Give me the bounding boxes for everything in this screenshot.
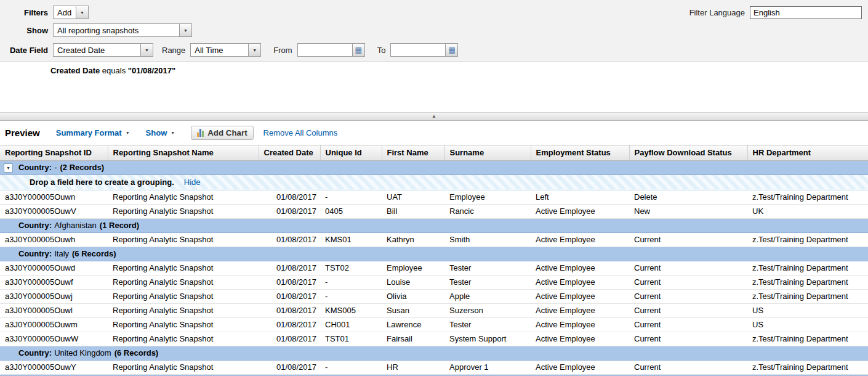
cell: TST01 xyxy=(320,332,382,346)
date-field-label: Date Field xyxy=(5,46,48,55)
cell: Fairsail xyxy=(382,332,444,346)
criteria-line[interactable]: Created Date equals "01/08/2017" xyxy=(50,66,175,75)
column-header[interactable]: Surname xyxy=(444,145,531,160)
cell: Active Employee xyxy=(531,332,629,346)
cell: 01/08/2017 xyxy=(259,303,320,317)
cell: Reporting Analytic Snapshot xyxy=(108,232,259,247)
column-header[interactable]: Unique Id xyxy=(320,145,382,160)
cell: - xyxy=(320,360,382,374)
cell: Reporting Analytic Snapshot xyxy=(108,275,259,289)
group-header-row: Country:Afghanistan(1 Record) xyxy=(0,218,868,232)
cell: CH001 xyxy=(320,317,382,332)
range-value: All Time xyxy=(191,44,248,56)
cell: Tester xyxy=(444,317,531,332)
from-date-field[interactable]: ▦ xyxy=(297,43,365,57)
record-row[interactable]: a3J0Y000005OuwhReporting Analytic Snapsh… xyxy=(0,232,868,247)
cell: KMS01 xyxy=(320,232,382,247)
record-row[interactable]: a3J0Y000005OuwnReporting Analytic Snapsh… xyxy=(0,190,868,204)
cell: TST02 xyxy=(320,261,382,275)
summary-format-label: Summary Format xyxy=(56,128,122,137)
group-collapse-toggle[interactable]: ▼ xyxy=(4,163,13,173)
cell: a3J0Y000005Ouwh xyxy=(0,232,108,247)
cell: Smith xyxy=(444,232,531,247)
cell: 01/08/2017 xyxy=(259,190,320,204)
record-row[interactable]: a3J0Y000005OuwdReporting Analytic Snapsh… xyxy=(0,261,868,275)
chevron-down-icon[interactable]: ▼ xyxy=(76,6,88,18)
criteria-operator: equals xyxy=(102,66,126,75)
cell: Employee xyxy=(444,190,531,204)
column-header[interactable]: Employment Status xyxy=(531,145,629,160)
chevron-down-icon[interactable]: ▼ xyxy=(140,44,153,56)
chevron-down-icon[interactable]: ▼ xyxy=(248,44,260,56)
cell: UAT xyxy=(382,190,444,204)
show-dropdown[interactable]: Show ▼ xyxy=(146,128,175,137)
group-header-row: ▼Country:-(2 Records) xyxy=(0,160,868,174)
cell: Reporting Analytic Snapshot xyxy=(108,317,259,332)
calendar-icon[interactable]: ▦ xyxy=(352,44,364,56)
column-header[interactable]: HR Department xyxy=(747,145,868,160)
column-header[interactable]: Payflow Download Status xyxy=(629,145,747,160)
chevron-down-icon[interactable]: ▼ xyxy=(179,24,191,36)
cell: a3J0Y000005Ouwf xyxy=(0,275,108,289)
chevron-down-icon: ▼ xyxy=(171,131,175,135)
add-chart-button[interactable]: Add Chart xyxy=(191,126,253,140)
cell: Active Employee xyxy=(531,232,629,247)
cell: 01/08/2017 xyxy=(259,332,320,346)
cell: - xyxy=(320,289,382,303)
show-select[interactable]: All reporting snapshots ▼ xyxy=(53,23,192,37)
filter-language-label: Filter Language xyxy=(689,8,745,17)
cell: - xyxy=(320,275,382,289)
group-label: Country: xyxy=(18,249,52,258)
record-row[interactable]: a3J0Y000005OuwjReporting Analytic Snapsh… xyxy=(0,289,868,303)
cell: System Support xyxy=(444,332,531,346)
splitter-arrow-icon[interactable]: ▲ xyxy=(432,114,436,119)
cell: 01/08/2017 xyxy=(259,360,320,374)
record-row[interactable]: a3J0Y000005OuwWReporting Analytic Snapsh… xyxy=(0,332,868,346)
cell: Active Employee xyxy=(531,360,629,374)
add-filter-label: Add xyxy=(54,6,76,18)
column-header[interactable]: First Name xyxy=(382,145,444,160)
column-header[interactable]: Reporting Snapshot ID xyxy=(0,145,108,160)
summary-format-dropdown[interactable]: Summary Format ▼ xyxy=(56,128,130,137)
calendar-icon[interactable]: ▦ xyxy=(445,44,457,56)
filter-language-input[interactable] xyxy=(750,6,862,19)
cell: Current xyxy=(629,332,747,346)
cell: 01/08/2017 xyxy=(259,232,320,247)
cell: z.Test/Training Department xyxy=(747,360,868,374)
record-row[interactable]: a3J0Y000005OuwfReporting Analytic Snapsh… xyxy=(0,275,868,289)
cell: 01/08/2017 xyxy=(259,289,320,303)
range-select[interactable]: All Time ▼ xyxy=(190,43,261,57)
cell: Delete xyxy=(629,190,747,204)
cell: Apple xyxy=(444,289,531,303)
cell: z.Test/Training Department xyxy=(747,190,868,204)
group-header-row: Country:Italy(6 Records) xyxy=(0,247,868,261)
from-label: From xyxy=(273,46,292,55)
remove-all-columns-link[interactable]: Remove All Columns xyxy=(263,128,338,137)
date-field-value: Created Date xyxy=(54,44,140,56)
cell: Reporting Analytic Snapshot xyxy=(108,204,259,218)
record-row[interactable]: a3J0Y000005OuwVReporting Analytic Snapsh… xyxy=(0,204,868,218)
record-row[interactable]: a3J0Y000005OuwYReporting Analytic Snapsh… xyxy=(0,360,868,374)
group-record-count: (1 Record) xyxy=(100,221,139,230)
add-filter-dropdown[interactable]: Add ▼ xyxy=(53,6,89,19)
cell: HR xyxy=(382,360,444,374)
cell: Current xyxy=(629,360,747,374)
date-field-select[interactable]: Created Date ▼ xyxy=(53,43,153,57)
group-label: Country: xyxy=(18,163,52,172)
cell: z.Test/Training Department xyxy=(747,232,868,247)
to-date-field[interactable]: ▦ xyxy=(390,43,458,57)
cell: Active Employee xyxy=(531,204,629,218)
record-row[interactable]: a3J0Y000005OuwmReporting Analytic Snapsh… xyxy=(0,317,868,332)
cell: Reporting Analytic Snapshot xyxy=(108,261,259,275)
cell: Left xyxy=(531,190,629,204)
group-record-count: (6 Records) xyxy=(72,249,116,258)
drop-hint-row[interactable]: Drop a field here to create a grouping.H… xyxy=(0,174,868,190)
column-header[interactable]: Created Date xyxy=(259,145,320,160)
cell: z.Test/Training Department xyxy=(747,261,868,275)
hide-link[interactable]: Hide xyxy=(184,178,201,187)
cell: a3J0Y000005OuwW xyxy=(0,332,108,346)
cell: 01/08/2017 xyxy=(259,275,320,289)
column-header[interactable]: Reporting Snapshot Name xyxy=(108,145,259,160)
record-row[interactable]: a3J0Y000005OuwlReporting Analytic Snapsh… xyxy=(0,303,868,317)
pane-splitter[interactable]: ▲ xyxy=(0,112,868,121)
